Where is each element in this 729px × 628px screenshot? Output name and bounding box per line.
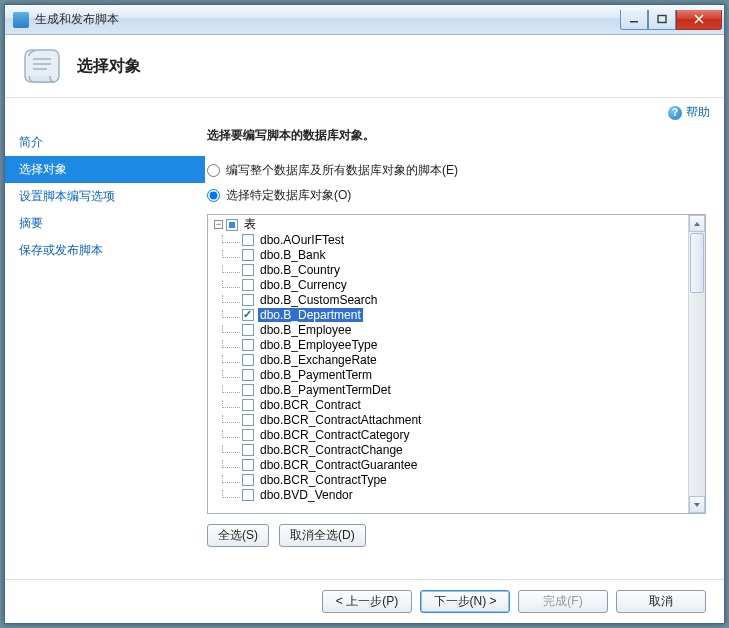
scroll-track[interactable]: [689, 294, 705, 496]
tree-label: 表: [242, 216, 258, 233]
checkbox[interactable]: [242, 489, 254, 501]
tree-connector: [222, 415, 240, 423]
checkbox[interactable]: [242, 324, 254, 336]
sidebar: 简介选择对象设置脚本编写选项摘要保存或发布脚本: [5, 123, 205, 579]
help-row: ? 帮助: [5, 98, 724, 123]
checkbox[interactable]: [242, 234, 254, 246]
cancel-button[interactable]: 取消: [616, 590, 706, 613]
help-link[interactable]: ? 帮助: [668, 104, 710, 121]
sidebar-item[interactable]: 设置脚本编写选项: [5, 183, 205, 210]
tree-label: dbo.B_Country: [258, 263, 342, 277]
checkbox[interactable]: [242, 384, 254, 396]
tree-item[interactable]: dbo.B_PaymentTerm: [228, 367, 686, 382]
scroll-down-button[interactable]: [689, 496, 705, 513]
prev-button[interactable]: < 上一步(P): [322, 590, 412, 613]
tree-item[interactable]: dbo.BCR_ContractGuarantee: [228, 457, 686, 472]
close-button[interactable]: [676, 10, 722, 30]
tree-label: dbo.B_PaymentTermDet: [258, 383, 393, 397]
tree-item[interactable]: dbo.BCR_ContractAttachment: [228, 412, 686, 427]
checkbox[interactable]: [242, 429, 254, 441]
tree-label: dbo.BCR_Contract: [258, 398, 363, 412]
help-label: 帮助: [686, 104, 710, 121]
tree-label: dbo.B_CustomSearch: [258, 293, 379, 307]
expander-icon[interactable]: −: [214, 220, 223, 229]
tree-item[interactable]: dbo.BVD_Vendor: [228, 487, 686, 502]
tree-item[interactable]: dbo.B_Bank: [228, 247, 686, 262]
checkbox[interactable]: [226, 219, 238, 231]
checkbox[interactable]: [242, 414, 254, 426]
page-header: 选择对象: [5, 35, 724, 97]
checkbox[interactable]: [242, 399, 254, 411]
titlebar[interactable]: 生成和发布脚本: [5, 5, 724, 35]
script-icon: [21, 44, 65, 88]
radio-script-all[interactable]: 编写整个数据库及所有数据库对象的脚本(E): [207, 162, 706, 179]
tree-label: dbo.BVD_Vendor: [258, 488, 355, 502]
tree-label: dbo.BCR_ContractAttachment: [258, 413, 423, 427]
tree-root[interactable]: −表: [214, 217, 686, 232]
tree-item[interactable]: dbo.B_EmployeeType: [228, 337, 686, 352]
tree-connector: [222, 445, 240, 453]
tree-scroll[interactable]: −表dbo.AOurIFTestdbo.B_Bankdbo.B_Countryd…: [208, 215, 688, 513]
prompt-text: 选择要编写脚本的数据库对象。: [207, 127, 706, 144]
radio-specific-label: 选择特定数据库对象(O): [226, 187, 351, 204]
minimize-button[interactable]: [620, 10, 648, 30]
sidebar-item[interactable]: 摘要: [5, 210, 205, 237]
tree-label: dbo.B_Currency: [258, 278, 349, 292]
selection-buttons: 全选(S) 取消全选(D): [207, 524, 706, 547]
tree-connector: [222, 250, 240, 258]
tree-item[interactable]: dbo.B_CustomSearch: [228, 292, 686, 307]
checkbox[interactable]: [242, 339, 254, 351]
checkbox[interactable]: [242, 459, 254, 471]
vertical-scrollbar[interactable]: [688, 215, 705, 513]
tree-label: dbo.AOurIFTest: [258, 233, 346, 247]
tree-item[interactable]: dbo.BCR_ContractType: [228, 472, 686, 487]
maximize-button[interactable]: [648, 10, 676, 30]
tree-item[interactable]: dbo.B_PaymentTermDet: [228, 382, 686, 397]
radio-script-specific[interactable]: 选择特定数据库对象(O): [207, 187, 706, 204]
radio-all-label: 编写整个数据库及所有数据库对象的脚本(E): [226, 162, 458, 179]
tree-label: dbo.B_ExchangeRate: [258, 353, 379, 367]
radio-specific-input[interactable]: [207, 189, 220, 202]
deselect-all-button[interactable]: 取消全选(D): [279, 524, 366, 547]
body: 简介选择对象设置脚本编写选项摘要保存或发布脚本 选择要编写脚本的数据库对象。 编…: [5, 123, 724, 579]
sidebar-item[interactable]: 保存或发布脚本: [5, 237, 205, 264]
tree-connector: [222, 295, 240, 303]
checkbox[interactable]: [242, 279, 254, 291]
checkbox[interactable]: [242, 474, 254, 486]
tree-item[interactable]: dbo.B_Employee: [228, 322, 686, 337]
tree-item[interactable]: dbo.AOurIFTest: [228, 232, 686, 247]
select-all-button[interactable]: 全选(S): [207, 524, 269, 547]
checkbox[interactable]: [242, 264, 254, 276]
next-button[interactable]: 下一步(N) >: [420, 590, 510, 613]
tree-connector: [222, 460, 240, 468]
tree-item[interactable]: dbo.BCR_Contract: [228, 397, 686, 412]
radio-all-input[interactable]: [207, 164, 220, 177]
checkbox[interactable]: [242, 354, 254, 366]
tree-connector: [222, 400, 240, 408]
checkbox[interactable]: [242, 369, 254, 381]
tree-item[interactable]: dbo.B_Currency: [228, 277, 686, 292]
tree-label: dbo.BCR_ContractGuarantee: [258, 458, 419, 472]
finish-button[interactable]: 完成(F): [518, 590, 608, 613]
checkbox[interactable]: [242, 444, 254, 456]
tree-label: dbo.B_Bank: [258, 248, 327, 262]
footer: < 上一步(P) 下一步(N) > 完成(F) 取消: [5, 579, 724, 623]
checkbox[interactable]: [242, 309, 254, 321]
tree-connector: [222, 385, 240, 393]
scroll-up-button[interactable]: [689, 215, 705, 232]
sidebar-item[interactable]: 简介: [5, 129, 205, 156]
help-icon: ?: [668, 106, 682, 120]
tree-connector: [222, 325, 240, 333]
tree-item[interactable]: dbo.B_Department: [228, 307, 686, 322]
tree-label: dbo.B_Department: [258, 308, 363, 322]
sidebar-item[interactable]: 选择对象: [5, 156, 205, 183]
tree-item[interactable]: dbo.BCR_ContractChange: [228, 442, 686, 457]
checkbox[interactable]: [242, 294, 254, 306]
tree-item[interactable]: dbo.B_ExchangeRate: [228, 352, 686, 367]
tree-item[interactable]: dbo.BCR_ContractCategory: [228, 427, 686, 442]
tree-item[interactable]: dbo.B_Country: [228, 262, 686, 277]
checkbox[interactable]: [242, 249, 254, 261]
scroll-thumb[interactable]: [690, 233, 704, 293]
tree-connector: [222, 340, 240, 348]
tree-connector: [222, 490, 240, 498]
